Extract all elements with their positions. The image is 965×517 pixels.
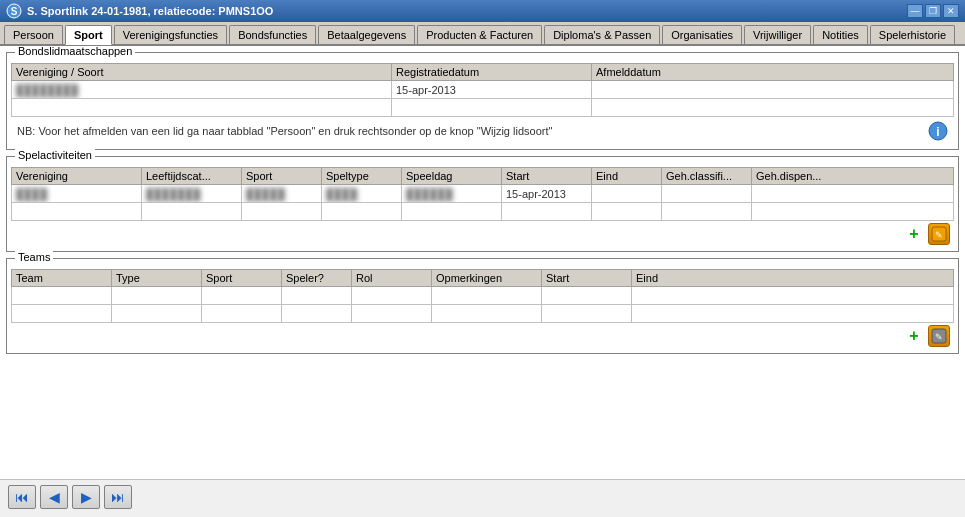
info-icon[interactable]: i <box>928 121 948 141</box>
table-row[interactable]: ████ ███████ █████ ████ ██████ 15-apr-20… <box>12 185 954 203</box>
close-button[interactable]: ✕ <box>943 4 959 18</box>
col-sa-gehclassifi: Geh.classifi... <box>662 168 752 185</box>
col-team-opmerkingen: Opmerkingen <box>432 270 542 287</box>
main-content: Bondslidmaatschappen Vereniging / Soort … <box>0 46 965 479</box>
tab-spelerhistorie[interactable]: Spelerhistorie <box>870 25 955 44</box>
bondslidmaatschappen-group: Bondslidmaatschappen Vereniging / Soort … <box>6 52 959 150</box>
cell-sa-sport: █████ <box>242 185 322 203</box>
bondslidmaatschappen-table: Vereniging / Soort Registratiedatum Afme… <box>11 63 954 117</box>
col-sa-start: Start <box>502 168 592 185</box>
col-sa-leeftijdscat: Leeftijdscat... <box>142 168 242 185</box>
tab-notities[interactable]: Notities <box>813 25 868 44</box>
col-team-sport: Sport <box>202 270 282 287</box>
spelactiviteiten-group: Spelactiviteiten Vereniging <box>6 156 959 252</box>
tab-vrijwilliger[interactable]: Vrijwilliger <box>744 25 811 44</box>
teams-table: Team Type Sport Speler? Rol Opmerkingen … <box>11 269 954 323</box>
tab-organisaties[interactable]: Organisaties <box>662 25 742 44</box>
spelactiviteiten-edit-button[interactable]: ✎ <box>928 223 950 245</box>
nav-first-button[interactable]: ⏮ <box>8 485 36 509</box>
svg-text:i: i <box>936 125 939 139</box>
cell-sa-start: 15-apr-2013 <box>502 185 592 203</box>
tab-producten-facturen[interactable]: Producten & Facturen <box>417 25 542 44</box>
cell-sa-speltype: ████ <box>322 185 402 203</box>
table-row-empty <box>12 287 954 305</box>
bondslidmaatschappen-title: Bondslidmaatschappen <box>15 46 135 57</box>
svg-text:✎: ✎ <box>935 230 943 240</box>
cell-registratiedatum: 15-apr-2013 <box>392 81 592 99</box>
restore-button[interactable]: ❐ <box>925 4 941 18</box>
cell-afmelddatum <box>592 81 954 99</box>
spelactiviteiten-add-button[interactable]: + <box>903 223 925 245</box>
window-controls: — ❐ ✕ <box>907 4 959 18</box>
tab-sport[interactable]: Sport <box>65 25 112 45</box>
note-area: NB: Voor het afmelden van een lid ga naa… <box>11 117 954 145</box>
title-bar: S S. Sportlink 24-01-1981, relatiecode: … <box>0 0 965 22</box>
nav-next-button[interactable]: ▶ <box>72 485 100 509</box>
teams-edit-button[interactable]: ✎ <box>928 325 950 347</box>
tab-betaalgegevens[interactable]: Betaalgegevens <box>318 25 415 44</box>
note-text: NB: Voor het afmelden van een lid ga naa… <box>17 125 552 137</box>
col-sa-speltype: Speltype <box>322 168 402 185</box>
col-afmelddatum: Afmelddatum <box>592 64 954 81</box>
spelactiviteiten-table: Vereniging Leeftijdscat... Sport Speltyp… <box>11 167 954 221</box>
cell-sa-leeftijdscat: ███████ <box>142 185 242 203</box>
teams-title: Teams <box>15 251 53 263</box>
col-team-rol: Rol <box>352 270 432 287</box>
col-vereniging-soort: Vereniging / Soort <box>12 64 392 81</box>
teams-group: Teams Team Type Sport <box>6 258 959 354</box>
table-row-empty <box>12 203 954 221</box>
col-team-speler: Speler? <box>282 270 352 287</box>
spelactiviteiten-title: Spelactiviteiten <box>15 149 95 161</box>
cell-vereniging: ████████ <box>12 81 392 99</box>
col-team-start: Start <box>542 270 632 287</box>
spelactiviteiten-actions: + ✎ <box>11 221 954 247</box>
col-sa-sport: Sport <box>242 168 322 185</box>
svg-text:S: S <box>11 6 18 17</box>
nav-prev-button[interactable]: ◀ <box>40 485 68 509</box>
window-title: S. Sportlink 24-01-1981, relatiecode: PM… <box>27 5 907 17</box>
col-team-type: Type <box>112 270 202 287</box>
cell-sa-vereniging: ████ <box>12 185 142 203</box>
teams-add-button[interactable]: + <box>903 325 925 347</box>
app-icon: S <box>6 3 22 19</box>
cell-sa-speeldag: ██████ <box>402 185 502 203</box>
tab-bar: Persoon Sport Verenigingsfuncties Bondsf… <box>0 22 965 46</box>
table-row-empty <box>12 99 954 117</box>
col-sa-vereniging: Vereniging <box>12 168 142 185</box>
col-sa-eind: Eind <box>592 168 662 185</box>
teams-actions: + ✎ <box>11 323 954 349</box>
nav-last-button[interactable]: ⏭ <box>104 485 132 509</box>
col-sa-gehdispen: Geh.dispen... <box>752 168 954 185</box>
col-team: Team <box>12 270 112 287</box>
tab-bondsfuncties[interactable]: Bondsfuncties <box>229 25 316 44</box>
nav-bar: ⏮ ◀ ▶ ⏭ <box>0 479 965 513</box>
table-row-empty <box>12 305 954 323</box>
tab-diplomas-passen[interactable]: Diploma's & Passen <box>544 25 660 44</box>
table-row[interactable]: ████████ 15-apr-2013 <box>12 81 954 99</box>
minimize-button[interactable]: — <box>907 4 923 18</box>
cell-sa-eind <box>592 185 662 203</box>
tab-persoon[interactable]: Persoon <box>4 25 63 44</box>
tab-verenigingsfuncties[interactable]: Verenigingsfuncties <box>114 25 227 44</box>
cell-sa-gehclassifi <box>662 185 752 203</box>
cell-sa-gehdispen <box>752 185 954 203</box>
col-registratiedatum: Registratiedatum <box>392 64 592 81</box>
svg-text:✎: ✎ <box>935 332 943 342</box>
col-team-eind: Eind <box>632 270 954 287</box>
col-sa-speeldag: Speeldag <box>402 168 502 185</box>
